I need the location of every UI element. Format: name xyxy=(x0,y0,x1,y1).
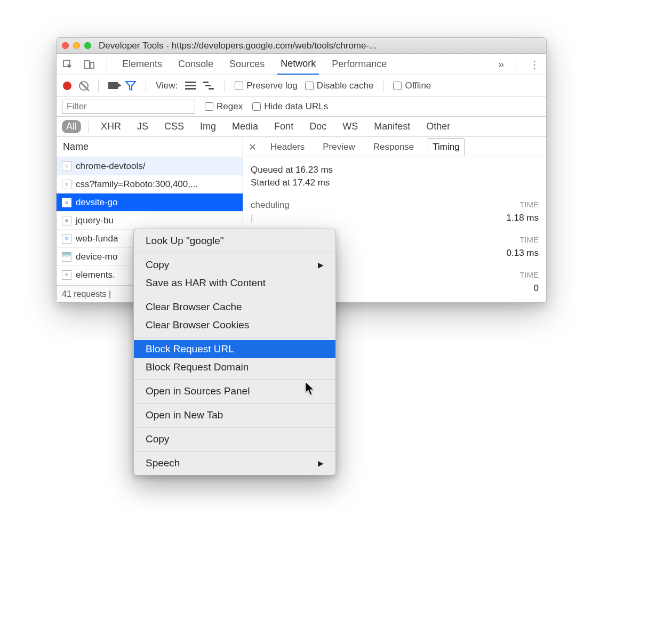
detail-tab-timing[interactable]: Timing xyxy=(428,138,464,156)
separator xyxy=(107,58,107,71)
svg-rect-1 xyxy=(84,61,90,68)
filter-type-img[interactable]: Img xyxy=(196,120,220,133)
detail-tab-headers[interactable]: Headers xyxy=(266,139,309,156)
filter-type-other[interactable]: Other xyxy=(422,120,454,133)
ctx-copy-submenu[interactable]: Copy▶ xyxy=(134,256,335,274)
filter-type-media[interactable]: Media xyxy=(228,120,262,133)
document-icon: ≡ xyxy=(62,216,71,225)
ctx-open-sources[interactable]: Open in Sources Panel xyxy=(134,382,335,400)
hide-data-urls-checkbox[interactable]: Hide data URLs xyxy=(252,101,328,112)
regex-checkbox[interactable]: Regex xyxy=(205,101,243,112)
filter-type-js[interactable]: JS xyxy=(133,120,153,133)
separator xyxy=(134,295,335,295)
separator xyxy=(134,403,335,403)
separator xyxy=(134,253,335,253)
panel-tabs: Elements Console Sources Network Perform… xyxy=(57,54,546,75)
filter-toggle-icon[interactable] xyxy=(125,81,136,91)
ctx-copy[interactable]: Copy xyxy=(134,430,335,448)
waterfall-view-icon[interactable] xyxy=(203,82,215,90)
filter-row: Regex Hide data URLs xyxy=(57,96,546,117)
network-toolbar: View: Preserve log Disable cache Offline xyxy=(57,75,546,96)
timing-value: 0.13 ms xyxy=(507,248,539,259)
traffic-lights xyxy=(62,42,91,49)
clear-button[interactable] xyxy=(79,81,89,91)
view-label: View: xyxy=(156,80,178,91)
gear-icon: ✲ xyxy=(62,234,71,244)
tab-performance[interactable]: Performance xyxy=(329,54,390,74)
ctx-block-request-domain[interactable]: Block Request Domain xyxy=(134,358,335,376)
filter-type-font[interactable]: Font xyxy=(270,120,298,133)
ctx-block-request-url[interactable]: Block Request URL xyxy=(134,340,335,358)
document-icon: ≡ xyxy=(62,180,71,189)
separator xyxy=(134,451,335,451)
settings-menu-icon[interactable]: ⋮ xyxy=(528,58,541,71)
svg-rect-8 xyxy=(209,88,214,90)
close-detail-icon[interactable]: ✕ xyxy=(249,141,257,153)
filter-type-ws[interactable]: WS xyxy=(338,120,362,133)
window-title: Developer Tools - https://developers.goo… xyxy=(99,41,541,51)
filter-type-all[interactable]: All xyxy=(62,120,81,133)
filter-input[interactable] xyxy=(62,100,195,114)
context-menu: Look Up "google" Copy▶ Save as HAR with … xyxy=(133,229,336,475)
large-rows-icon[interactable] xyxy=(185,82,196,90)
separator xyxy=(516,58,516,71)
filter-type-manifest[interactable]: Manifest xyxy=(370,120,414,133)
timing-queued: Queued at 16.23 ms xyxy=(251,165,539,175)
tab-sources[interactable]: Sources xyxy=(226,54,268,74)
tab-network[interactable]: Network xyxy=(277,54,319,75)
detail-tabs: ✕ Headers Preview Response Timing xyxy=(243,137,546,157)
filter-type-css[interactable]: CSS xyxy=(160,120,188,133)
column-header-name[interactable]: Name xyxy=(57,137,243,157)
toggle-device-icon[interactable] xyxy=(83,59,95,70)
timing-value: 1.18 ms xyxy=(507,213,539,223)
close-window-button[interactable] xyxy=(62,42,69,49)
request-row[interactable]: ≡chrome-devtools/ xyxy=(57,157,243,175)
filter-type-xhr[interactable]: XHR xyxy=(97,120,125,133)
detail-tab-response[interactable]: Response xyxy=(369,139,419,156)
filter-type-doc[interactable]: Doc xyxy=(305,120,331,133)
zoom-window-button[interactable] xyxy=(84,42,91,49)
separator xyxy=(383,79,383,92)
separator xyxy=(134,427,335,427)
detail-tab-preview[interactable]: Preview xyxy=(318,139,359,156)
preserve-log-checkbox[interactable]: Preserve log xyxy=(235,80,297,91)
record-button[interactable] xyxy=(63,82,71,90)
request-row[interactable]: ≡css?family=Roboto:300,400,... xyxy=(57,175,243,193)
tab-console[interactable]: Console xyxy=(175,54,217,74)
timing-started: Started at 17.42 ms xyxy=(251,177,539,188)
filter-types: All XHR JS CSS Img Media Font Doc WS Man… xyxy=(57,117,546,137)
timing-section-label: cheduling xyxy=(251,200,290,211)
svg-rect-5 xyxy=(185,88,196,90)
minimize-window-button[interactable] xyxy=(73,42,80,49)
timing-time-header: TIME xyxy=(519,200,539,211)
svg-rect-2 xyxy=(90,62,94,68)
timing-time-header: TIME xyxy=(519,270,539,281)
image-icon xyxy=(62,252,71,262)
svg-rect-3 xyxy=(185,82,196,83)
submenu-arrow-icon: ▶ xyxy=(318,459,324,467)
separator xyxy=(134,337,335,337)
separator xyxy=(146,79,146,92)
submenu-arrow-icon: ▶ xyxy=(318,261,324,269)
ctx-lookup[interactable]: Look Up "google" xyxy=(134,232,335,250)
document-icon: ≡ xyxy=(62,161,71,171)
tabs-overflow-icon[interactable]: » xyxy=(498,58,504,70)
ctx-clear-cookies[interactable]: Clear Browser Cookies xyxy=(134,316,335,334)
offline-checkbox[interactable]: Offline xyxy=(393,80,431,91)
ctx-speech-submenu[interactable]: Speech▶ xyxy=(134,454,335,472)
capture-screenshots-icon[interactable] xyxy=(108,82,118,89)
inspect-element-icon[interactable] xyxy=(62,59,74,70)
disable-cache-checkbox[interactable]: Disable cache xyxy=(305,80,374,91)
ctx-open-new-tab[interactable]: Open in New Tab xyxy=(134,406,335,424)
separator xyxy=(134,379,335,379)
tab-elements[interactable]: Elements xyxy=(119,54,165,74)
document-icon: ≡ xyxy=(62,270,71,280)
svg-rect-6 xyxy=(203,82,209,83)
ctx-save-har[interactable]: Save as HAR with Content xyxy=(134,274,335,292)
request-row-selected[interactable]: ≡devsite-go xyxy=(57,193,243,212)
request-row[interactable]: ≡jquery-bu xyxy=(57,212,243,230)
document-icon: ≡ xyxy=(62,198,71,207)
separator xyxy=(89,121,89,133)
ctx-clear-cache[interactable]: Clear Browser Cache xyxy=(134,298,335,316)
separator xyxy=(98,79,99,92)
